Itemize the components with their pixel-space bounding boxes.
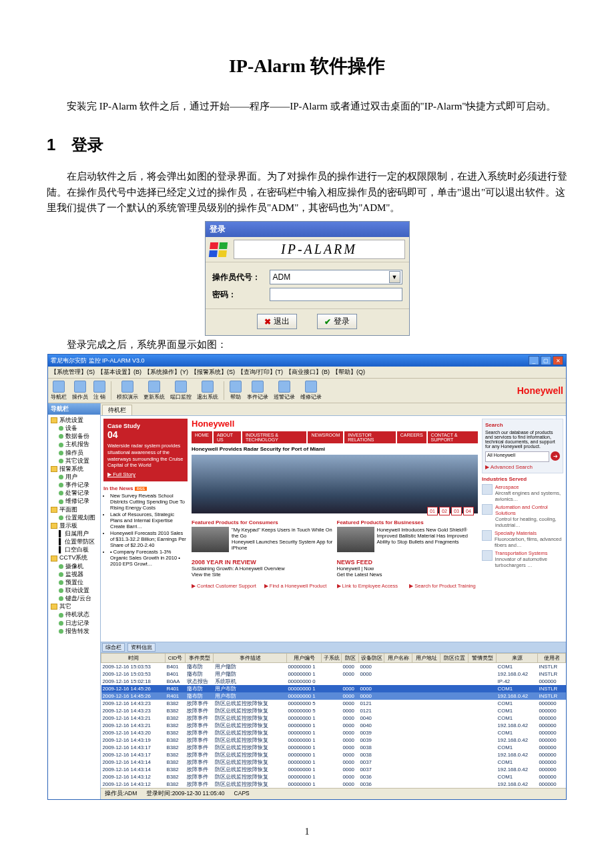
tree-node[interactable]: 处警记录 [49, 489, 99, 497]
minimize-button[interactable]: _ [529, 356, 539, 365]
operator-combobox[interactable]: ADM ▼ [270, 270, 402, 284]
menu-item[interactable]: 【系统管理】(S) [51, 368, 95, 377]
tree-node[interactable]: 事件记录 [49, 481, 99, 489]
tree-node[interactable]: 设备 [49, 424, 99, 432]
login-button[interactable]: ✔登录 [317, 314, 357, 329]
tree-node[interactable]: 操作员 [49, 449, 99, 457]
grid-row[interactable]: 2009-12-16 14:43:23B382故障事件防区总线监控故障恢复000… [101, 707, 566, 714]
web-nav-item[interactable]: CAREERS [397, 431, 426, 443]
grid-header[interactable]: 设备防区 [359, 654, 384, 663]
tree-node[interactable]: 报告转发 [49, 627, 99, 635]
toolbar-button[interactable]: 注 销 [93, 381, 105, 401]
tree-node[interactable]: 其它 [49, 602, 99, 610]
menu-item[interactable]: 【商业接口】(B) [286, 368, 330, 377]
news-item[interactable]: Honeywell Forecasts 2010 Sales of $31.3-… [110, 530, 188, 548]
tree-node[interactable]: ▌ 归属用户 [49, 529, 99, 537]
password-input[interactable] [270, 288, 402, 301]
web-nav-item[interactable]: INDUSTRIES & TECHNOLOGY [242, 431, 307, 443]
bottom-tab[interactable]: 资料信息 [127, 643, 156, 652]
pager-item[interactable]: 01 [427, 507, 438, 515]
search-go-button[interactable]: ➔ [551, 451, 560, 461]
grid-header[interactable]: 用户名称 [384, 654, 412, 663]
industry-item[interactable]: Transportation SystemsInnovator of autom… [482, 550, 563, 568]
tree-node[interactable]: 数据备份 [49, 432, 99, 440]
grid-header[interactable]: CID号 [166, 654, 186, 663]
tree-node[interactable]: 主机报告 [49, 440, 99, 448]
toolbar-button[interactable]: 更新系统 [143, 381, 165, 401]
pager-item[interactable]: 04 [463, 507, 474, 515]
grid-row[interactable]: 2009-12-16 14:43:12B382故障事件防区总线监控故障恢复000… [101, 773, 566, 781]
web-nav-item[interactable]: NEWSROOM [308, 431, 343, 443]
search-input[interactable]: All Honeywell [485, 451, 549, 462]
grid-row[interactable]: 2009-12-16 14:43:14B382故障事件防区总线监控故障恢复000… [101, 766, 566, 773]
grid-row[interactable]: 2009-12-16 14:43:21B382故障事件防区总线监控故障恢复000… [101, 714, 566, 722]
list-item[interactable]: View the Site [192, 572, 333, 578]
tree-node[interactable]: 用户 [49, 473, 99, 481]
grid-row[interactable]: 2009-12-16 14:45:26R401撤布防用户布防00000000 1… [101, 685, 566, 692]
advanced-search-link[interactable]: ▶ Advanced Search [485, 464, 560, 470]
menubar[interactable]: 【系统管理】(S)【基本设置】(B)【系统操作】(Y)【报警系统】(S)【查询/… [48, 367, 566, 379]
grid-header[interactable]: 用户地址 [412, 654, 440, 663]
grid-row[interactable]: 2009-12-16 14:43:12B382故障事件防区总线监控故障恢复000… [101, 781, 566, 788]
maximize-button[interactable]: ▢ [541, 356, 551, 365]
grid-row[interactable]: 2009-12-16 15:02:18B0AA状态报告系统联机00000000 … [101, 678, 566, 685]
toolbar-button[interactable]: 导航栏 [51, 381, 67, 401]
tree-node[interactable]: 日志记录 [49, 619, 99, 627]
toolbar-button[interactable]: 事件记录 [247, 381, 268, 401]
tree-node[interactable]: 待机状态 [49, 610, 99, 618]
grid-header[interactable]: 子系统 [322, 654, 342, 663]
exit-button[interactable]: ✖退出 [257, 314, 297, 329]
footer-link[interactable]: ▶ Find a Honeywell Product [264, 583, 333, 589]
web-nav-item[interactable]: HOME [192, 431, 212, 443]
toolbar-button[interactable]: 模拟演示 [117, 381, 138, 401]
footer-link[interactable]: ▶ Search for Product Training [409, 583, 478, 589]
toolbar-button[interactable]: 操作员 [72, 381, 88, 401]
grid-row[interactable]: 2009-12-16 14:43:17B382故障事件防区总线监控故障恢复000… [101, 744, 566, 751]
news-item[interactable]: • Company Forecasts 1-3% Organic Sales G… [110, 549, 188, 567]
event-grid[interactable]: 时间CID号事件类型事件描述用户编号子系统防区设备防区用户名称用户地址防区位置警… [101, 652, 566, 788]
tree-node[interactable]: 联动设置 [49, 586, 99, 594]
pager-item[interactable]: 02 [439, 507, 450, 515]
full-story-link[interactable]: ▶ Full Story [107, 471, 135, 477]
tree-node[interactable]: 预置位 [49, 578, 99, 586]
footer-link[interactable]: ▶ Contact Customer Support [192, 583, 260, 589]
tree-node[interactable]: 摄像机 [49, 562, 99, 570]
pager-item[interactable]: 03 [451, 507, 462, 515]
bottom-tab[interactable]: 综合栏 [102, 643, 125, 652]
tree-node[interactable]: 系统设置 [49, 416, 99, 424]
news-item[interactable]: New Survey Reveals School Districts Cutt… [110, 493, 188, 511]
menu-item[interactable]: 【基本设置】(B) [97, 368, 141, 377]
grid-header[interactable]: 使用者 [538, 654, 566, 663]
grid-header[interactable]: 防区位置 [440, 654, 469, 663]
toolbar-button[interactable]: 巡警记录 [274, 381, 295, 401]
grid-row[interactable]: 2009-12-16 14:45:26R401撤布防用户布防00000000 1… [101, 692, 566, 700]
grid-header[interactable]: 事件描述 [214, 654, 287, 663]
menu-item[interactable]: 【查询/打印】(T) [238, 368, 283, 377]
list-item[interactable]: Honeywell | Now [337, 566, 479, 572]
tree-node[interactable]: 报警系统 [49, 465, 99, 473]
grid-header[interactable]: 事件类型 [186, 654, 214, 663]
industry-item[interactable]: Specialty MaterialsFluorocarbon, films, … [482, 530, 563, 548]
industry-item[interactable]: Automation and Control SolutionsControl … [482, 504, 563, 528]
grid-row[interactable]: 2009-12-16 14:43:14B382故障事件防区总线监控故障恢复000… [101, 758, 566, 766]
grid-row[interactable]: 2009-12-16 15:03:53B401撤布防用户撤防00000000 1… [101, 670, 566, 678]
tree-node[interactable]: 其它设置 [49, 457, 99, 465]
grid-header[interactable]: 防区 [342, 654, 359, 663]
menu-item[interactable]: 【帮助】(Q) [332, 368, 365, 377]
toolbar-button[interactable]: 端口监控 [170, 381, 192, 401]
web-nav-item[interactable]: ABOUT US [214, 431, 241, 443]
tree-node[interactable]: ▌ 位置带防区 [49, 537, 99, 546]
menu-item[interactable]: 【报警系统】(S) [191, 368, 235, 377]
industry-item[interactable]: AerospaceAircraft engines and systems, a… [482, 484, 563, 502]
tree-node[interactable]: 监视器 [49, 570, 99, 578]
rss-icon[interactable]: RSS [135, 487, 147, 491]
list-item[interactable]: Get the Latest News [337, 572, 479, 578]
list-item[interactable]: Sustaining Growth: A Honeywell Overview [192, 566, 333, 572]
close-button[interactable]: ✕ [553, 356, 563, 365]
web-nav-item[interactable]: INVESTOR RELATIONS [344, 431, 396, 443]
grid-header[interactable]: 警情类型 [469, 654, 497, 663]
toolbar[interactable]: 导航栏操作员注 销模拟演示更新系统端口监控退出系统帮助事件记录巡警记录维修记录H… [48, 379, 566, 403]
toolbar-button[interactable]: 维修记录 [300, 381, 322, 401]
tree-node[interactable]: ▌ 口空白板 [49, 546, 99, 554]
tree-node[interactable]: 键盘/云台 [49, 594, 99, 602]
